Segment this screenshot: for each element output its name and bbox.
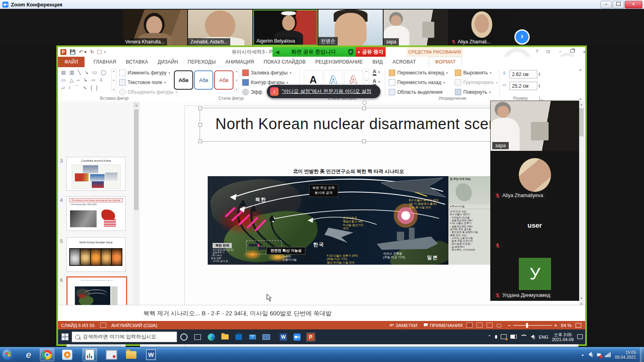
cortana-icon[interactable] [179, 332, 189, 342]
text-outline-button[interactable]: А▾ [373, 78, 380, 85]
group-button[interactable]: Группировать▾ [455, 79, 497, 86]
video-tile-aliya[interactable]: Aliya Zhamali... [449, 10, 513, 45]
video-tile-jeon[interactable]: 전병순 [318, 10, 383, 45]
text-box-button[interactable]: Текстовое поле▾ [119, 79, 166, 86]
ribbon-collapse-chevron[interactable]: ▲ [579, 97, 582, 101]
tray-cast-icon[interactable] [501, 334, 507, 340]
selection-pane-button[interactable]: Область выделения [389, 89, 442, 95]
word-icon[interactable]: W [279, 332, 288, 342]
scroll-up-arrow[interactable]: ▲ [578, 101, 584, 107]
tab-transitions[interactable]: ПЕРЕХОДЫ [186, 59, 217, 65]
tray-language[interactable]: ENG [539, 335, 548, 339]
qat-customize-dropdown[interactable]: ▾ [104, 50, 106, 54]
zoom-in-button[interactable]: + [554, 323, 557, 328]
slide-title-textbox[interactable]: North Korean nuclear disarmament scenari… [200, 108, 529, 142]
size-dialog-launcher[interactable] [539, 96, 543, 100]
proofing-icon[interactable] [100, 323, 106, 328]
inner-search-box[interactable]: 검색하려면 여기에 입력하십시오. [72, 331, 177, 342]
ppt-restore-button[interactable] [568, 49, 577, 53]
tray-volume-icon[interactable]: ) [531, 335, 535, 339]
zoom-app-icon[interactable] [292, 332, 302, 342]
rotate-button[interactable]: Повернуть▾ [455, 89, 491, 95]
tray-chevron-icon[interactable]: ⌃ [488, 334, 491, 339]
explorer-folder-icon[interactable] [124, 349, 138, 361]
start-slideshow-button[interactable]: 🖵 [97, 49, 102, 55]
tab-insert[interactable]: ВСТАВКА [124, 59, 150, 65]
video-tile-zeinabil[interactable]: ZeinabiL Aidarb... [188, 10, 252, 45]
task-view-icon[interactable] [193, 332, 202, 342]
tab-slideshow[interactable]: ПОКАЗ СЛАЙДОВ [262, 59, 307, 65]
scroll-down-arrow[interactable]: ▼ [578, 295, 584, 301]
shape-gallery[interactable]: ▤ ▥ ╲ ↘ ▭ ◯ ▭ △ ⌐ ↳ ⇨ ⇩ ▱ ≀ ⌒ ∿ { } [61, 69, 109, 92]
close-button[interactable]: × [625, 1, 642, 8]
normal-view-button[interactable] [466, 323, 473, 328]
tab-home[interactable]: ГЛАВНАЯ [92, 59, 118, 65]
panel-scroll-thumb[interactable] [134, 109, 138, 210]
shape-style-2[interactable]: Абв [194, 70, 213, 90]
tab-view[interactable]: ВИД [371, 59, 384, 65]
undo-button[interactable]: ↶ ▾ [79, 49, 87, 55]
help-button[interactable]: ? [532, 49, 542, 54]
minimize-button[interactable]: − [601, 1, 612, 8]
handle-tl[interactable] [198, 107, 202, 110]
ie-icon[interactable]: e [22, 349, 35, 361]
edit-shape-button[interactable]: Изменить фигуру▾ [119, 70, 170, 76]
bring-forward-button[interactable]: Переместить вперед▾ [389, 70, 448, 76]
rotation-handle[interactable] [362, 101, 367, 105]
toast-text[interactable]: "아디오 설정"에서 전문가용 아디오 설정 [282, 88, 372, 95]
media-player-icon[interactable] [60, 349, 74, 361]
chrome-icon[interactable] [40, 348, 54, 361]
handle-bl[interactable] [198, 140, 202, 143]
handle-bc[interactable] [362, 140, 366, 143]
shape-effects-button[interactable]: Эфф [242, 89, 262, 95]
ribbon-display-button[interactable]: ⊡ [543, 49, 553, 54]
remote-app-icon[interactable] [261, 332, 271, 342]
panel-scrollbar[interactable]: ▲ [133, 102, 139, 319]
inner-start-button[interactable] [60, 332, 70, 342]
slide-scrollbar[interactable]: ▲ ▼ ▲▲ ▼▼ [578, 101, 584, 321]
shape-style-3[interactable]: Абв [214, 70, 233, 90]
sidebar-tile-zara[interactable]: зара [491, 101, 579, 151]
slide-thumb-3[interactable]: Countries around Korea [66, 157, 126, 191]
slide-title-text[interactable]: North Korean nuclear disarmament scenari… [215, 115, 525, 133]
word-taskbar-icon[interactable]: W [144, 349, 158, 361]
shape-fill-button[interactable]: Заливка фигуры▾ [242, 70, 291, 76]
edge-icon[interactable] [206, 332, 216, 342]
sidebar-tile-aliya[interactable]: Aliya Zhamaliyeva [491, 151, 579, 201]
shape-gallery-scroll[interactable]: ▲▼▼ [111, 69, 116, 92]
video-tile-venera[interactable]: Venera Khairulla... [123, 10, 187, 45]
slide-thumb-5[interactable]: North Korea Nuclear Issue [66, 237, 126, 272]
zoom-audio-toast[interactable]: ♪ "아디오 설정"에서 전문가용 아디오 설정 [267, 85, 380, 98]
report-app-icon[interactable] [83, 348, 97, 361]
stop-share-button[interactable]: ■공유 중지 [356, 47, 386, 57]
merge-shapes-button[interactable]: Объединить фигуры▾ [119, 89, 177, 95]
send-backward-button[interactable]: Переместить назад▾ [389, 79, 445, 86]
zoom-out-button[interactable]: − [508, 323, 511, 328]
panel-scroll-up[interactable]: ▲ [133, 102, 139, 108]
sidebar-tile-uldana[interactable]: У Улдана Динмухамед [491, 251, 579, 300]
zoom-percent[interactable]: 84 % [561, 323, 572, 328]
outer-tray-chevron[interactable]: ▲ [581, 353, 584, 357]
handle-ml[interactable] [198, 123, 202, 127]
slide-thumb-4[interactable]: The division of the Korean peninsula and… [66, 196, 126, 231]
save-button[interactable]: 💾 [70, 49, 76, 55]
shape-width-field[interactable]: 25.2 см ▲▼ [510, 82, 541, 90]
tray-mic-icon[interactable] [495, 335, 497, 339]
shape-style-1[interactable]: Абв [174, 70, 193, 90]
slide-infographic[interactable]: 北이 반발한 美 민간연구소의 북한 핵 타격 시나리오 [208, 168, 489, 175]
inner-clock[interactable]: 오후 3:052021-04-09 [552, 332, 574, 342]
shape-height-field[interactable]: 2.62 см ▲▼ [510, 70, 541, 78]
tray-battery-icon[interactable] [510, 335, 517, 339]
scroll-thumb[interactable] [579, 108, 584, 136]
powerpoint-taskbar-icon-active[interactable]: P [306, 332, 316, 342]
notes-toggle[interactable]: ЗАМЕТКИ [396, 323, 417, 328]
text-fill-button[interactable]: А▾ [373, 69, 380, 76]
tray-wifi-icon[interactable] [520, 335, 527, 339]
video-tile-zara[interactable]: зара [384, 10, 448, 45]
outer-clock[interactable]: 15:0509.04.2021 [615, 350, 636, 360]
handle-tc[interactable] [362, 107, 366, 110]
outer-start-button[interactable] [1, 349, 15, 361]
notes-text[interactable]: 북핵 제거 시나리오... B - 2·F - 22 34대, 미사일 600발… [143, 310, 332, 317]
network-signal-icon[interactable] [605, 352, 611, 357]
tab-file[interactable]: ФАЙЛ [58, 57, 85, 67]
